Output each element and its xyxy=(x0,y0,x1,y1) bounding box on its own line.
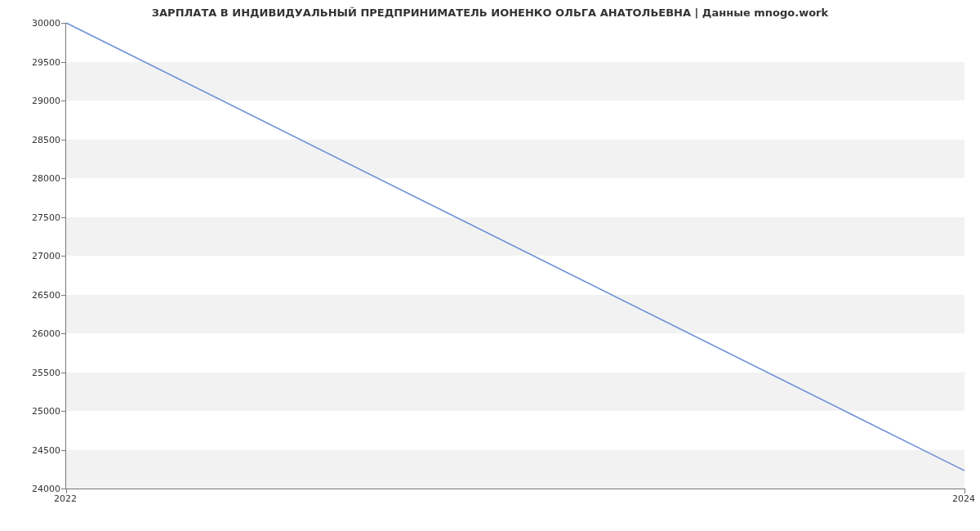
y-tick xyxy=(61,450,66,451)
y-tick xyxy=(61,23,66,24)
y-tick xyxy=(61,333,66,334)
y-tick-label: 24500 xyxy=(32,444,60,455)
y-tick xyxy=(61,217,66,218)
y-tick-label: 26500 xyxy=(32,289,60,300)
y-tick-label: 30000 xyxy=(32,18,60,29)
y-tick-label: 28500 xyxy=(32,134,60,145)
chart-title: ЗАРПЛАТА В ИНДИВИДУАЛЬНЫЙ ПРЕДПРИНИМАТЕЛ… xyxy=(0,7,980,19)
y-tick xyxy=(61,256,66,257)
y-tick xyxy=(61,178,66,179)
y-tick-label: 26000 xyxy=(32,328,60,339)
y-tick-label: 27000 xyxy=(32,251,60,261)
y-tick-label: 28000 xyxy=(32,173,60,184)
y-tick xyxy=(61,62,66,63)
y-tick xyxy=(61,411,66,412)
x-tick-label: 2022 xyxy=(54,493,77,504)
y-tick xyxy=(61,140,66,141)
y-tick xyxy=(61,373,66,373)
y-tick xyxy=(61,295,66,296)
y-tick xyxy=(61,100,66,101)
y-tick-label: 25000 xyxy=(32,406,60,417)
y-tick-label: 24000 xyxy=(32,484,60,494)
y-tick-label: 29000 xyxy=(32,96,60,106)
line-series xyxy=(66,23,964,489)
chart-container: ЗАРПЛАТА В ИНДИВИДУАЛЬНЫЙ ПРЕДПРИНИМАТЕЛ… xyxy=(0,0,980,531)
x-tick-label: 2024 xyxy=(952,493,975,504)
y-tick-label: 27500 xyxy=(32,212,60,222)
y-tick-label: 29500 xyxy=(32,56,60,67)
y-tick-label: 25500 xyxy=(32,367,60,377)
plot-area xyxy=(65,23,964,489)
